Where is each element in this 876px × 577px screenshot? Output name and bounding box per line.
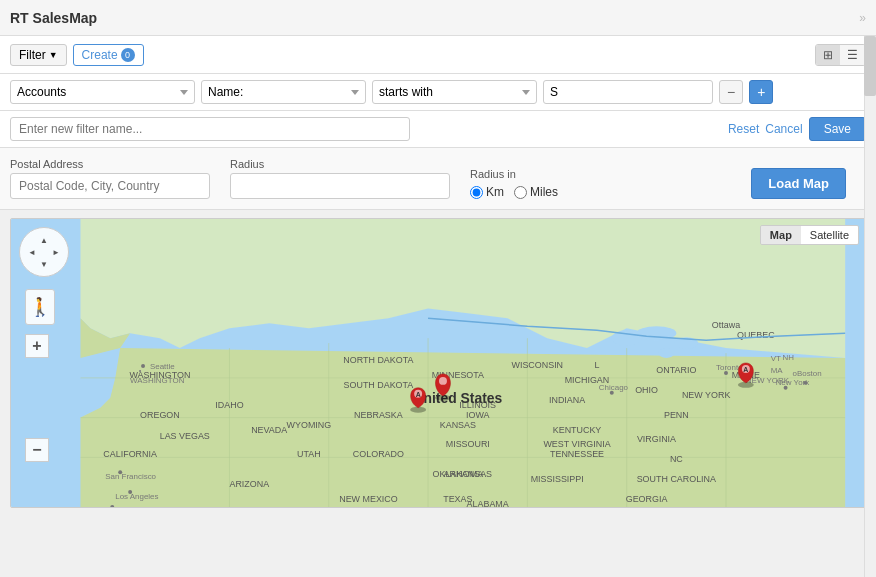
svg-text:MISSOURI: MISSOURI — [446, 439, 490, 449]
svg-text:GEORGIA: GEORGIA — [626, 494, 668, 504]
km-radio[interactable] — [470, 186, 483, 199]
svg-text:United States: United States — [413, 390, 502, 406]
svg-text:VT: VT — [771, 354, 781, 363]
postal-address-group: Postal Address — [10, 158, 210, 199]
svg-text:VIRGINIA: VIRGINIA — [637, 434, 676, 444]
nav-arrows: ▲ ◄ ► ▼ — [26, 234, 62, 270]
filter-button[interactable]: Filter ▼ — [10, 44, 67, 66]
svg-text:L: L — [594, 360, 599, 370]
radius-label: Radius — [230, 158, 450, 170]
radius-input[interactable] — [230, 173, 450, 199]
miles-radio[interactable] — [514, 186, 527, 199]
svg-point-73 — [803, 381, 807, 385]
nav-right-button[interactable]: ► — [50, 246, 62, 258]
svg-text:PENN: PENN — [664, 410, 689, 420]
svg-text:SOUTH CAROLINA: SOUTH CAROLINA — [637, 474, 716, 484]
nav-up-button[interactable]: ▲ — [38, 234, 50, 246]
svg-text:NEVADA: NEVADA — [251, 425, 287, 435]
expand-icon: » — [859, 11, 866, 25]
map-container: WASHINGTON OREGON CALIFORNIA IDAHO NEVAD… — [10, 218, 866, 508]
zoom-in-button[interactable]: + — [25, 334, 49, 358]
km-label: Km — [486, 185, 504, 199]
map-svg: WASHINGTON OREGON CALIFORNIA IDAHO NEVAD… — [11, 219, 865, 507]
reset-button[interactable]: Reset — [728, 117, 759, 141]
svg-text:KENTUCKY: KENTUCKY — [553, 425, 602, 435]
svg-text:NEBRASKA: NEBRASKA — [354, 410, 403, 420]
svg-text:IDAHO: IDAHO — [215, 400, 243, 410]
svg-text:San Francisco: San Francisco — [105, 472, 156, 481]
km-radio-label[interactable]: Km — [470, 185, 504, 199]
create-button[interactable]: Create 0 — [73, 44, 144, 66]
svg-text:WASHINGTON: WASHINGTON — [130, 376, 185, 385]
svg-text:KANSAS: KANSAS — [440, 420, 476, 430]
svg-text:INDIANA: INDIANA — [549, 395, 585, 405]
svg-text:WYOMING: WYOMING — [287, 420, 332, 430]
filter-add-button[interactable]: + — [749, 80, 773, 104]
postal-input[interactable] — [10, 173, 210, 199]
titlebar: RT SalesMap » — [0, 0, 876, 36]
map-navigation: ▲ ◄ ► ▼ — [19, 227, 69, 277]
accounts-select[interactable]: Accounts — [10, 80, 195, 104]
svg-text:WISCONSIN: WISCONSIN — [512, 360, 564, 370]
operator-select[interactable]: starts with — [372, 80, 537, 104]
zoom-out-button[interactable]: − — [25, 438, 49, 462]
svg-text:UTAH: UTAH — [297, 449, 321, 459]
svg-text:NH: NH — [783, 353, 795, 362]
nav-circle: ▲ ◄ ► ▼ — [19, 227, 69, 277]
grid-icon: ⊞ — [823, 48, 833, 62]
svg-text:NEW YORK: NEW YORK — [682, 390, 730, 400]
list-view-button[interactable]: ☰ — [840, 45, 865, 65]
map-background: WASHINGTON OREGON CALIFORNIA IDAHO NEVAD… — [11, 219, 865, 507]
svg-text:Chicago: Chicago — [599, 383, 629, 392]
grid-view-button[interactable]: ⊞ — [816, 45, 840, 65]
svg-text:WEST VIRGINIA: WEST VIRGINIA — [543, 439, 610, 449]
radius-unit-group: Km Miles — [470, 185, 558, 199]
svg-text:MA: MA — [771, 366, 784, 375]
svg-text:Seattle: Seattle — [150, 362, 175, 371]
filter-name-input[interactable] — [10, 117, 410, 141]
street-view-button[interactable]: 🚶 — [25, 289, 55, 325]
scrollbar-track — [864, 36, 876, 577]
filter-value-input[interactable] — [543, 80, 713, 104]
svg-text:OHIO: OHIO — [635, 385, 658, 395]
app-title: RT SalesMap — [10, 10, 97, 26]
svg-text:oBoston: oBoston — [793, 369, 822, 378]
svg-point-4 — [658, 348, 674, 358]
svg-text:IOWA: IOWA — [466, 410, 490, 420]
person-icon: 🚶 — [29, 296, 51, 318]
create-label: Create — [82, 48, 118, 62]
filter-remove-button[interactable]: − — [719, 80, 743, 104]
svg-text:TEXAS: TEXAS — [443, 494, 472, 504]
filter-label: Filter — [19, 48, 46, 62]
svg-text:A: A — [416, 391, 421, 398]
field-select[interactable]: Name: — [201, 80, 366, 104]
miles-radio-label[interactable]: Miles — [514, 185, 558, 199]
cancel-button[interactable]: Cancel — [765, 117, 802, 141]
scrollbar-thumb[interactable] — [864, 36, 876, 96]
map-type-map-button[interactable]: Map — [761, 226, 801, 244]
filter-chevron-icon: ▼ — [49, 50, 58, 60]
map-type-buttons: Map Satellite — [760, 225, 859, 245]
svg-point-83 — [439, 377, 447, 385]
svg-text:LAS VEGAS: LAS VEGAS — [160, 431, 210, 441]
svg-text:OKLAHOMA: OKLAHOMA — [433, 469, 484, 479]
load-map-button[interactable]: Load Map — [751, 168, 846, 199]
save-row-actions: Reset Cancel Save — [728, 117, 866, 141]
map-controls-row: Postal Address Radius Radius in Km Miles… — [0, 148, 876, 210]
map-type-satellite-button[interactable]: Satellite — [801, 226, 858, 244]
create-badge: 0 — [121, 48, 135, 62]
radius-group: Radius — [230, 158, 450, 199]
svg-text:Los Angeles: Los Angeles — [115, 492, 158, 501]
nav-down-button[interactable]: ▼ — [38, 258, 50, 270]
radius-in-group: Radius in Km Miles — [470, 168, 558, 199]
save-button[interactable]: Save — [809, 117, 866, 141]
view-toggle: ⊞ ☰ — [815, 44, 866, 66]
svg-text:ALABAMA: ALABAMA — [467, 499, 509, 507]
filter-row: Accounts Name: starts with − + — [0, 74, 876, 111]
svg-text:ONTARIO: ONTARIO — [656, 365, 696, 375]
toolbar: Filter ▼ Create 0 ⊞ ☰ — [0, 36, 876, 74]
postal-label: Postal Address — [10, 158, 210, 170]
svg-text:ARIZONA: ARIZONA — [229, 479, 269, 489]
list-icon: ☰ — [847, 48, 858, 62]
nav-left-button[interactable]: ◄ — [26, 246, 38, 258]
